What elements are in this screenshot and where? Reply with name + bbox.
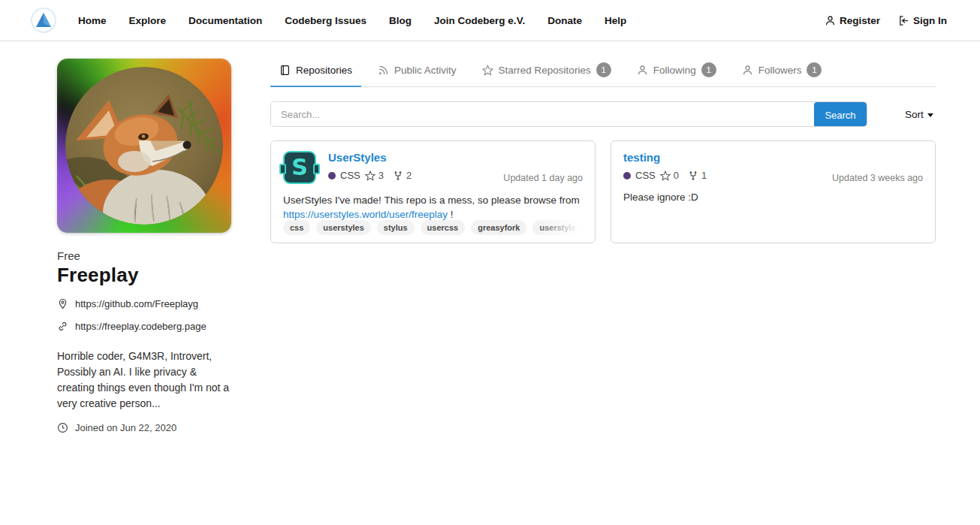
repo-icon bbox=[279, 65, 291, 76]
rss-icon bbox=[378, 65, 389, 76]
sort-dropdown[interactable]: Sort bbox=[905, 109, 933, 120]
profile-location-text[interactable]: https://github.com/Freeplayg bbox=[75, 298, 198, 309]
person-icon bbox=[825, 15, 836, 26]
nav-link[interactable]: Codeberg Issues bbox=[285, 15, 366, 26]
display-name: Free bbox=[57, 249, 231, 262]
repo-card-list: S UserStyles CSS 3 bbox=[270, 140, 936, 243]
nav-auth-area: Register Sign In bbox=[825, 15, 947, 26]
person-icon bbox=[742, 65, 753, 76]
star-count: 3 bbox=[365, 170, 384, 181]
nav-link[interactable]: Donate bbox=[547, 15, 582, 26]
star-icon bbox=[365, 170, 375, 181]
fox-photo bbox=[65, 67, 223, 225]
joined-date: Joined on Jun 22, 2020 bbox=[75, 422, 176, 433]
nav-link[interactable]: Home bbox=[78, 15, 107, 26]
search-group: Search bbox=[270, 101, 867, 127]
page-content: Free Freeplay https://github.com/Freepla… bbox=[0, 41, 980, 525]
topic-tag[interactable]: stylus bbox=[377, 220, 415, 235]
clock-icon bbox=[57, 422, 68, 433]
updated-timestamp: Updated 1 day ago bbox=[503, 173, 583, 183]
topic-tag[interactable]: userstyle bbox=[532, 220, 582, 235]
codeberg-logo[interactable] bbox=[30, 7, 57, 34]
repo-search-row: Search Sort bbox=[270, 101, 936, 127]
repo-stats: CSS 3 bbox=[328, 170, 412, 181]
nav-link[interactable]: Blog bbox=[389, 15, 412, 26]
profile-joined-row: Joined on Jun 22, 2020 bbox=[57, 422, 231, 433]
fork-count: 2 bbox=[393, 170, 412, 181]
tab-starred-repositories[interactable]: Starred Repositories 1 bbox=[473, 58, 620, 87]
topic-tag[interactable]: greasyfork bbox=[471, 220, 526, 235]
repo-link[interactable]: testing bbox=[623, 151, 923, 164]
nav-link[interactable]: Help bbox=[605, 15, 626, 26]
search-button[interactable]: Search bbox=[814, 102, 867, 127]
repo-card-testing[interactable]: testing CSS 0 bbox=[611, 140, 936, 243]
tab-followers[interactable]: Followers 1 bbox=[733, 58, 831, 87]
fork-count: 1 bbox=[688, 170, 707, 181]
person-icon bbox=[637, 65, 648, 76]
topic-tag[interactable]: usercss bbox=[421, 220, 466, 235]
link-icon bbox=[57, 321, 68, 332]
nav-link[interactable]: Explore bbox=[129, 15, 167, 26]
repo-avatar-stylus: S bbox=[283, 151, 316, 184]
profile-website-text[interactable]: https://freeplay.codeberg.page bbox=[75, 321, 207, 332]
following-count-badge: 1 bbox=[701, 62, 716, 77]
repo-link[interactable]: UserStyles bbox=[328, 151, 412, 164]
user-avatar[interactable] bbox=[57, 59, 231, 233]
top-navbar: HomeExploreDocumentationCodeberg IssuesB… bbox=[0, 0, 980, 41]
sign-in-icon bbox=[898, 15, 909, 26]
tab-public-activity[interactable]: Public Activity bbox=[369, 58, 466, 87]
tab-following[interactable]: Following 1 bbox=[628, 58, 725, 87]
language-dot bbox=[623, 172, 631, 180]
sign-in-button[interactable]: Sign In bbox=[898, 15, 947, 26]
topic-tag[interactable]: userstyles bbox=[316, 220, 370, 235]
star-icon bbox=[660, 170, 671, 181]
fork-icon bbox=[393, 170, 403, 181]
star-count: 0 bbox=[660, 170, 679, 181]
register-button[interactable]: Register bbox=[825, 15, 880, 26]
repo-description: Please ignore :D bbox=[623, 190, 923, 204]
repo-card-userstyles[interactable]: S UserStyles CSS 3 bbox=[270, 140, 596, 243]
star-icon bbox=[482, 65, 493, 76]
profile-bio: Horrible coder, G4M3R, Introvert, Possib… bbox=[57, 348, 231, 412]
updated-timestamp: Updated 3 weeks ago bbox=[832, 173, 923, 183]
topic-tags: cssuserstylesstylususercssgreasyforkuser… bbox=[283, 220, 587, 235]
starred-count-badge: 1 bbox=[596, 62, 611, 77]
followers-count-badge: 1 bbox=[807, 62, 822, 77]
profile-main: Repositories Public Activity Starred Rep… bbox=[270, 58, 936, 243]
profile-tabs: Repositories Public Activity Starred Rep… bbox=[270, 58, 936, 87]
profile-sidebar: Free Freeplay https://github.com/Freepla… bbox=[57, 59, 231, 433]
description-link[interactable]: https://userstyles.world/user/freeplay bbox=[283, 209, 448, 220]
profile-website-row: https://freeplay.codeberg.page bbox=[57, 321, 231, 332]
location-pin-icon bbox=[57, 298, 68, 309]
language-label: CSS bbox=[635, 170, 656, 181]
nav-link[interactable]: Join Codeberg e.V. bbox=[434, 15, 525, 26]
language-label: CSS bbox=[340, 170, 360, 181]
topic-tag[interactable]: css bbox=[283, 220, 310, 235]
profile-location-row: https://github.com/Freeplayg bbox=[57, 298, 231, 309]
username: Freeplay bbox=[57, 264, 231, 287]
language-dot bbox=[328, 172, 336, 180]
search-input[interactable] bbox=[271, 102, 814, 126]
chevron-down-icon bbox=[927, 113, 933, 117]
repo-description: UserStyles I've made! This repo is a mes… bbox=[283, 193, 583, 222]
nav-link[interactable]: Documentation bbox=[188, 15, 262, 26]
tab-repositories[interactable]: Repositories bbox=[270, 58, 361, 87]
nav-links: HomeExploreDocumentationCodeberg IssuesB… bbox=[78, 15, 626, 26]
fork-icon bbox=[688, 170, 698, 181]
